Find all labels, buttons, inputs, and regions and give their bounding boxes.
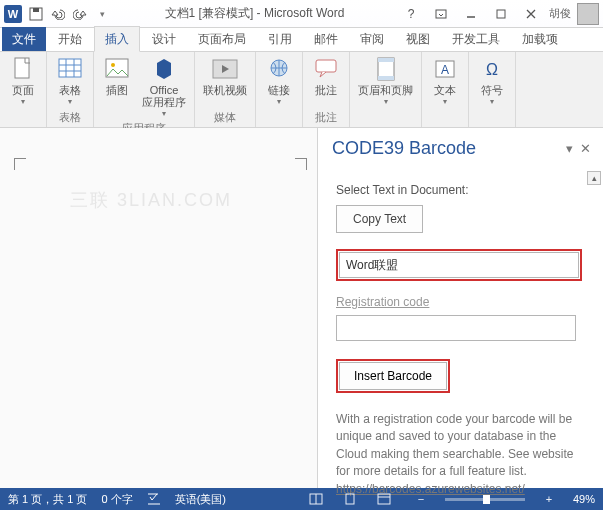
header-footer-button[interactable]: 页眉和页脚▾ <box>354 54 417 124</box>
tab-design[interactable]: 设计 <box>142 27 186 51</box>
minimize-icon[interactable] <box>459 4 483 24</box>
tab-layout[interactable]: 页面布局 <box>188 27 256 51</box>
link-icon <box>266 56 292 82</box>
comment-icon <box>313 56 339 82</box>
select-text-label: Select Text in Document: <box>336 183 589 197</box>
registration-code-input[interactable] <box>336 315 576 341</box>
pane-close-icon[interactable]: ✕ <box>577 141 593 156</box>
document-area[interactable]: 三联 3LIAN.COM <box>0 128 317 488</box>
barcode-text-input[interactable] <box>339 252 579 278</box>
page-icon <box>10 56 36 82</box>
svg-rect-6 <box>59 59 81 77</box>
avatar[interactable] <box>577 3 599 25</box>
svg-point-8 <box>111 63 115 67</box>
table-button[interactable]: 表格▾ <box>51 54 89 109</box>
ribbon-tabs: 文件 开始 插入 设计 页面布局 引用 邮件 审阅 视图 开发工具 加载项 <box>0 28 603 52</box>
help-icon[interactable]: ? <box>399 4 423 24</box>
status-page[interactable]: 第 1 页，共 1 页 <box>8 492 87 507</box>
tab-addins[interactable]: 加载项 <box>512 27 568 51</box>
office-apps-icon <box>151 56 177 82</box>
info-text: With a registration code your barcode wi… <box>336 411 586 498</box>
svg-rect-7 <box>106 59 128 77</box>
crop-mark-icon <box>295 158 307 170</box>
highlight-box: Insert Barcode <box>336 359 450 393</box>
tab-review[interactable]: 审阅 <box>350 27 394 51</box>
user-name: 胡俊 <box>549 6 571 21</box>
tab-insert[interactable]: 插入 <box>94 26 140 52</box>
redo-icon[interactable] <box>72 6 88 22</box>
table-icon <box>57 56 83 82</box>
title-bar: W ▾ 文档1 [兼容模式] - Microsoft Word ? 胡俊 <box>0 0 603 28</box>
tab-file[interactable]: 文件 <box>2 27 46 51</box>
registration-code-label: Registration code <box>336 295 589 309</box>
save-icon[interactable] <box>28 6 44 22</box>
tab-home[interactable]: 开始 <box>48 27 92 51</box>
symbol-icon: Ω <box>479 56 505 82</box>
svg-rect-21 <box>378 494 390 504</box>
spellcheck-icon[interactable] <box>147 493 161 505</box>
crop-mark-icon <box>14 158 26 170</box>
tab-mailings[interactable]: 邮件 <box>304 27 348 51</box>
zoom-in-icon[interactable]: + <box>539 493 559 505</box>
copy-text-button[interactable]: Copy Text <box>336 205 423 233</box>
svg-text:Ω: Ω <box>486 61 498 78</box>
svg-rect-11 <box>316 60 336 72</box>
qat-dropdown-icon[interactable]: ▾ <box>94 6 110 22</box>
header-footer-icon <box>373 56 399 82</box>
scroll-up-icon[interactable]: ▴ <box>587 171 601 185</box>
window-title: 文档1 [兼容模式] - Microsoft Word <box>110 5 399 22</box>
picture-button[interactable]: 插图 <box>98 54 136 120</box>
status-word-count[interactable]: 0 个字 <box>101 492 132 507</box>
text-button[interactable]: A 文本▾ <box>426 54 464 124</box>
maximize-icon[interactable] <box>489 4 513 24</box>
view-web-icon[interactable] <box>377 493 397 505</box>
symbols-button[interactable]: Ω 符号▾ <box>473 54 511 124</box>
tab-view[interactable]: 视图 <box>396 27 440 51</box>
word-logo-icon: W <box>4 5 22 23</box>
svg-rect-13 <box>378 58 394 62</box>
textbox-icon: A <box>432 56 458 82</box>
online-video-button[interactable]: 联机视频 <box>199 54 251 109</box>
zoom-slider[interactable] <box>445 498 525 501</box>
pane-title: CODE39 Barcode <box>332 138 561 159</box>
svg-rect-4 <box>497 10 505 18</box>
pages-button[interactable]: 页面▾ <box>4 54 42 124</box>
comment-button[interactable]: 批注 <box>307 54 345 109</box>
undo-icon[interactable] <box>50 6 66 22</box>
svg-rect-1 <box>33 8 39 12</box>
svg-rect-14 <box>378 76 394 80</box>
close-icon[interactable] <box>519 4 543 24</box>
tab-developer[interactable]: 开发工具 <box>442 27 510 51</box>
highlight-box <box>336 249 582 281</box>
ribbon-options-icon[interactable] <box>429 4 453 24</box>
pane-menu-icon[interactable]: ▾ <box>561 141 577 156</box>
workspace: 三联 3LIAN.COM CODE39 Barcode ▾ ✕ ▴ Select… <box>0 128 603 488</box>
svg-rect-5 <box>15 58 29 78</box>
insert-barcode-button[interactable]: Insert Barcode <box>339 362 447 390</box>
task-pane: CODE39 Barcode ▾ ✕ ▴ Select Text in Docu… <box>317 128 603 488</box>
view-read-icon[interactable] <box>309 493 329 505</box>
video-icon <box>212 56 238 82</box>
office-apps-button[interactable]: Office 应用程序▾ <box>138 54 190 120</box>
links-button[interactable]: 链接▾ <box>260 54 298 124</box>
picture-icon <box>104 56 130 82</box>
svg-rect-2 <box>436 10 446 18</box>
tab-references[interactable]: 引用 <box>258 27 302 51</box>
status-language[interactable]: 英语(美国) <box>175 492 226 507</box>
ribbon: 页面▾ 表格▾ 表格 插图 Office 应用程序▾ 应用程序 <box>0 52 603 128</box>
zoom-out-icon[interactable]: − <box>411 493 431 505</box>
view-print-icon[interactable] <box>343 493 363 505</box>
svg-rect-20 <box>346 494 354 504</box>
svg-text:A: A <box>441 63 449 77</box>
watermark: 三联 3LIAN.COM <box>70 188 232 212</box>
